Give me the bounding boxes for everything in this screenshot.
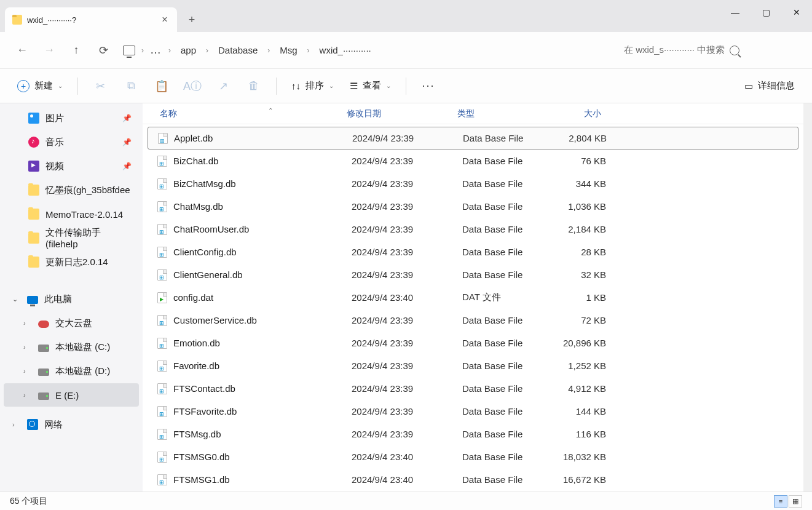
chevron-right-icon[interactable]: › (23, 319, 26, 327)
close-tab-icon[interactable]: × (160, 15, 170, 25)
sidebar-item-音乐[interactable]: 音乐📌 (4, 130, 139, 154)
file-row[interactable]: Applet.db 2024/9/4 23:39 Data Base File … (148, 127, 798, 149)
delete-button[interactable]: 🗑 (240, 74, 267, 98)
details-pane-button[interactable]: ▭ 详细信息 (738, 76, 801, 95)
file-row[interactable]: FTSContact.db 2024/9/4 23:39 Data Base F… (148, 377, 798, 400)
file-type: Data Base File (462, 474, 554, 485)
file-row[interactable]: BizChat.db 2024/9/4 23:39 Data Base File… (148, 149, 798, 172)
window-tab[interactable]: wxid_···········? × (5, 7, 177, 32)
file-row[interactable]: FTSMsg.db 2024/9/4 23:39 Data Base File … (148, 423, 798, 445)
file-icon (157, 338, 167, 349)
sidebar-item-文件传输助手(filehelp[interactable]: 文件传输助手(filehelp (4, 226, 139, 250)
nav-bar: ← → ↑ ⟳ › … › app › Database › Msg › wxi… (0, 32, 812, 69)
cloud-icon (38, 321, 49, 328)
close-window-button[interactable]: ✕ (781, 0, 812, 25)
sidebar-item-label: 网络 (44, 419, 63, 431)
disk-icon (38, 345, 49, 352)
breadcrumb-overflow[interactable]: … (150, 44, 162, 57)
file-date: 2024/9/4 23:40 (352, 452, 462, 462)
refresh-button[interactable]: ⟳ (91, 38, 116, 63)
view-label: 查看 (363, 80, 381, 92)
file-date: 2024/9/4 23:39 (352, 156, 462, 166)
sort-button[interactable]: ↑↓ 排序 ⌄ (285, 76, 340, 95)
new-button[interactable]: + 新建 ⌄ (11, 76, 69, 96)
sort-label: 排序 (305, 80, 324, 92)
maximize-button[interactable]: ▢ (751, 0, 781, 25)
sidebar-drive-E (E:)[interactable]: ›E (E:) (4, 383, 139, 407)
sidebar-drive-交大云盘[interactable]: ›交大云盘 (4, 311, 139, 335)
file-row[interactable]: CustomerService.db 2024/9/4 23:39 Data B… (148, 309, 798, 332)
file-row[interactable]: BizChatMsg.db 2024/9/4 23:39 Data Base F… (148, 172, 798, 195)
breadcrumb-item[interactable]: Database (215, 42, 261, 58)
details-view-toggle[interactable]: ≡ (774, 495, 787, 508)
file-row[interactable]: ChatMsg.db 2024/9/4 23:39 Data Base File… (148, 195, 798, 218)
file-row[interactable]: ChatRoomUser.db 2024/9/4 23:39 Data Base… (148, 218, 798, 241)
copy-button[interactable]: ⧉ (117, 74, 144, 98)
column-name-header[interactable]: 名称 ⌃ (150, 108, 347, 119)
minimize-button[interactable]: — (720, 0, 751, 25)
column-date-header[interactable]: 修改日期 (347, 108, 457, 119)
up-button[interactable]: ↑ (64, 38, 89, 63)
sidebar-item-视频[interactable]: 视频📌 (4, 154, 139, 178)
file-row[interactable]: FTSMSG1.db 2024/9/4 23:40 Data Base File… (148, 468, 798, 491)
paste-button[interactable]: 📋 (148, 74, 175, 98)
breadcrumb-item[interactable]: Msg (276, 42, 301, 58)
pc-icon (123, 46, 135, 55)
share-button[interactable]: ↗ (210, 74, 237, 98)
sidebar-item-label: 本地磁盘 (C:) (55, 341, 110, 353)
column-size-header[interactable]: 大小 (550, 108, 611, 119)
sidebar-this-pc[interactable]: ⌄此电脑 (4, 287, 139, 311)
sidebar-network[interactable]: ›网络 (4, 413, 139, 436)
file-row[interactable]: FTSFavorite.db 2024/9/4 23:39 Data Base … (148, 400, 798, 423)
file-type: Data Base File (463, 133, 555, 143)
scrollbar[interactable] (803, 103, 812, 492)
file-date: 2024/9/4 23:39 (352, 133, 463, 143)
chevron-right-icon[interactable]: › (23, 391, 26, 399)
file-date: 2024/9/4 23:39 (352, 383, 462, 394)
sidebar-item-忆墨痕(gh_35b8fdee[interactable]: 忆墨痕(gh_35b8fdee (4, 178, 139, 202)
chevron-right-icon[interactable]: › (23, 367, 26, 375)
file-name: FTSFavorite.db (173, 406, 237, 416)
icons-view-toggle[interactable]: ▦ (789, 495, 802, 508)
breadcrumb[interactable]: › … › app › Database › Msg › wxid_······… (118, 38, 615, 63)
forward-button[interactable]: → (37, 38, 61, 63)
file-row[interactable]: Emotion.db 2024/9/4 23:39 Data Base File… (148, 332, 798, 354)
sidebar-item-更新日志2.0.14[interactable]: 更新日志2.0.14 (4, 250, 139, 274)
breadcrumb-item[interactable]: app (177, 42, 200, 58)
search-input[interactable]: 在 wxid_s············ 中搜索 (618, 39, 802, 62)
file-type: Data Base File (462, 315, 554, 325)
rename-button[interactable]: Aⓘ (179, 74, 206, 98)
file-row[interactable]: config.dat 2024/9/4 23:40 DAT 文件 1 KB (148, 286, 798, 309)
chevron-down-icon: ⌄ (386, 82, 391, 89)
sidebar-item-MemoTrace-2.0.14[interactable]: MemoTrace-2.0.14 (4, 202, 139, 226)
view-button[interactable]: ☰ 查看 ⌄ (344, 76, 397, 95)
separator (406, 78, 406, 95)
search-icon (730, 46, 739, 55)
cut-button[interactable]: ✂ (87, 74, 114, 98)
chevron-right-icon[interactable]: › (23, 343, 26, 351)
disk-icon (38, 392, 49, 400)
column-type-header[interactable]: 类型 (457, 108, 550, 119)
file-name: ChatMsg.db (173, 201, 223, 212)
toolbar: + 新建 ⌄ ✂ ⧉ 📋 Aⓘ ↗ 🗑 ↑↓ 排序 ⌄ ☰ 查看 ⌄ ··· ▭… (0, 69, 812, 103)
file-icon (157, 406, 167, 417)
file-row[interactable]: Favorite.db 2024/9/4 23:39 Data Base Fil… (148, 354, 798, 377)
file-row[interactable]: ClientGeneral.db 2024/9/4 23:39 Data Bas… (148, 263, 798, 286)
chevron-down-icon: ⌄ (329, 82, 334, 89)
chevron-down-icon[interactable]: ⌄ (12, 295, 18, 303)
more-button[interactable]: ··· (415, 74, 442, 98)
file-name: ChatRoomUser.db (173, 224, 249, 234)
breadcrumb-item[interactable]: wxid_··········· (316, 42, 375, 58)
folder-icon (28, 185, 39, 196)
back-button[interactable]: ← (10, 38, 34, 63)
file-row[interactable]: FTSMSG0.db 2024/9/4 23:40 Data Base File… (148, 445, 798, 468)
file-size: 1,036 KB (554, 201, 616, 212)
new-tab-button[interactable]: + (181, 9, 203, 31)
file-row[interactable]: ClientConfig.db 2024/9/4 23:39 Data Base… (148, 241, 798, 263)
sidebar-item-图片[interactable]: 图片📌 (4, 106, 139, 130)
sidebar-drive-本地磁盘 (C:)[interactable]: ›本地磁盘 (C:) (4, 335, 139, 359)
item-count: 65 个项目 (10, 496, 47, 507)
sidebar-drive-本地磁盘 (D:)[interactable]: ›本地磁盘 (D:) (4, 359, 139, 383)
chevron-right-icon[interactable]: › (12, 421, 15, 428)
sidebar-item-label: E (E:) (55, 390, 79, 400)
